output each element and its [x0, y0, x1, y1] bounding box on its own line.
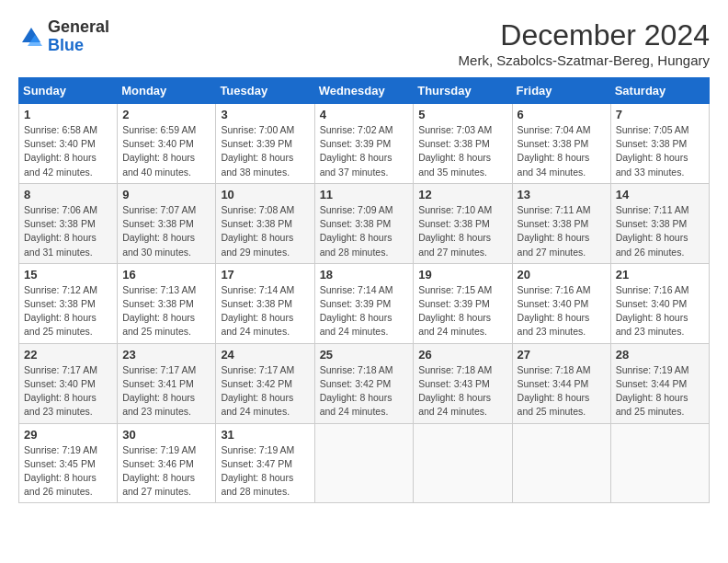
day-number: 1: [24, 108, 112, 121]
calendar-cell: 30 Sunrise: 7:19 AMSunset: 3:46 PMDaylig…: [118, 423, 216, 503]
day-number: 4: [320, 108, 409, 121]
day-number: 9: [122, 188, 210, 201]
day-number: 18: [320, 268, 409, 282]
day-number: 11: [320, 188, 409, 201]
day-info: Sunrise: 7:16 AMSunset: 3:40 PMDaylight:…: [518, 284, 591, 338]
calendar-cell: 17 Sunrise: 7:14 AMSunset: 3:38 PMDaylig…: [216, 263, 314, 343]
day-info: Sunrise: 7:14 AMSunset: 3:38 PMDaylight:…: [221, 284, 294, 338]
month-title: December 2024: [459, 18, 710, 52]
day-info: Sunrise: 7:08 AMSunset: 3:38 PMDaylight:…: [221, 204, 294, 258]
day-number: 22: [24, 348, 112, 362]
day-number: 2: [122, 108, 210, 121]
week-row-3: 15 Sunrise: 7:12 AMSunset: 3:38 PMDaylig…: [19, 263, 710, 343]
calendar-cell: 11 Sunrise: 7:09 AMSunset: 3:38 PMDaylig…: [314, 183, 414, 263]
calendar-cell: 1 Sunrise: 6:58 AMSunset: 3:40 PMDayligh…: [19, 104, 118, 184]
calendar-cell: 24 Sunrise: 7:17 AMSunset: 3:42 PMDaylig…: [216, 343, 314, 423]
calendar-cell: 16 Sunrise: 7:13 AMSunset: 3:38 PMDaylig…: [118, 263, 216, 343]
day-number: 29: [24, 428, 112, 442]
calendar-cell: [610, 423, 709, 503]
calendar-cell: 22 Sunrise: 7:17 AMSunset: 3:40 PMDaylig…: [19, 343, 118, 423]
day-number: 31: [221, 428, 309, 442]
logo-text: General Blue: [48, 18, 109, 55]
day-number: 21: [616, 268, 704, 282]
day-info: Sunrise: 7:19 AMSunset: 3:46 PMDaylight:…: [122, 444, 196, 498]
calendar-cell: 8 Sunrise: 7:06 AMSunset: 3:38 PMDayligh…: [19, 183, 118, 263]
calendar-cell: 18 Sunrise: 7:14 AMSunset: 3:39 PMDaylig…: [314, 263, 414, 343]
day-info: Sunrise: 7:16 AMSunset: 3:40 PMDaylight:…: [616, 284, 689, 338]
weekday-thursday: Thursday: [414, 78, 512, 104]
day-info: Sunrise: 7:03 AMSunset: 3:38 PMDaylight:…: [418, 124, 492, 178]
day-info: Sunrise: 7:15 AMSunset: 3:39 PMDaylight:…: [418, 284, 492, 338]
day-info: Sunrise: 7:19 AMSunset: 3:47 PMDaylight:…: [221, 444, 294, 498]
day-info: Sunrise: 7:09 AMSunset: 3:38 PMDaylight:…: [320, 204, 393, 258]
calendar-cell: 19 Sunrise: 7:15 AMSunset: 3:39 PMDaylig…: [414, 263, 512, 343]
calendar-body: 1 Sunrise: 6:58 AMSunset: 3:40 PMDayligh…: [19, 104, 710, 503]
calendar-cell: 23 Sunrise: 7:17 AMSunset: 3:41 PMDaylig…: [118, 343, 216, 423]
calendar-table: SundayMondayTuesdayWednesdayThursdayFrid…: [18, 77, 710, 503]
calendar-cell: 10 Sunrise: 7:08 AMSunset: 3:38 PMDaylig…: [216, 183, 314, 263]
day-info: Sunrise: 7:13 AMSunset: 3:38 PMDaylight:…: [122, 284, 196, 338]
logo-icon: [18, 24, 44, 50]
day-number: 17: [221, 268, 309, 282]
day-number: 13: [518, 188, 606, 201]
day-info: Sunrise: 7:10 AMSunset: 3:38 PMDaylight:…: [418, 204, 492, 258]
calendar-cell: 12 Sunrise: 7:10 AMSunset: 3:38 PMDaylig…: [414, 183, 512, 263]
calendar-cell: 29 Sunrise: 7:19 AMSunset: 3:45 PMDaylig…: [19, 423, 118, 503]
day-number: 12: [418, 188, 506, 201]
weekday-sunday: Sunday: [19, 78, 118, 104]
day-number: 3: [221, 108, 309, 121]
day-info: Sunrise: 7:11 AMSunset: 3:38 PMDaylight:…: [518, 204, 591, 258]
calendar-cell: 5 Sunrise: 7:03 AMSunset: 3:38 PMDayligh…: [414, 104, 512, 184]
day-info: Sunrise: 7:02 AMSunset: 3:39 PMDaylight:…: [320, 124, 393, 178]
weekday-friday: Friday: [512, 78, 610, 104]
weekday-wednesday: Wednesday: [314, 78, 414, 104]
day-info: Sunrise: 7:12 AMSunset: 3:38 PMDaylight:…: [24, 284, 97, 338]
day-number: 10: [221, 188, 309, 201]
calendar-cell: [512, 423, 610, 503]
calendar-cell: 4 Sunrise: 7:02 AMSunset: 3:39 PMDayligh…: [314, 104, 414, 184]
day-number: 23: [122, 348, 210, 362]
week-row-1: 1 Sunrise: 6:58 AMSunset: 3:40 PMDayligh…: [19, 104, 710, 184]
week-row-5: 29 Sunrise: 7:19 AMSunset: 3:45 PMDaylig…: [19, 423, 710, 503]
calendar-cell: 28 Sunrise: 7:19 AMSunset: 3:44 PMDaylig…: [610, 343, 709, 423]
day-info: Sunrise: 7:00 AMSunset: 3:39 PMDaylight:…: [221, 124, 294, 178]
day-info: Sunrise: 7:17 AMSunset: 3:42 PMDaylight:…: [221, 364, 294, 418]
calendar-cell: 9 Sunrise: 7:07 AMSunset: 3:38 PMDayligh…: [118, 183, 216, 263]
location-title: Merk, Szabolcs-Szatmar-Bereg, Hungary: [459, 52, 710, 68]
calendar-cell: 25 Sunrise: 7:18 AMSunset: 3:42 PMDaylig…: [314, 343, 414, 423]
day-number: 27: [518, 348, 606, 362]
day-info: Sunrise: 7:18 AMSunset: 3:44 PMDaylight:…: [518, 364, 591, 418]
day-info: Sunrise: 7:18 AMSunset: 3:42 PMDaylight:…: [320, 364, 393, 418]
calendar-cell: 15 Sunrise: 7:12 AMSunset: 3:38 PMDaylig…: [19, 263, 118, 343]
day-info: Sunrise: 7:19 AMSunset: 3:45 PMDaylight:…: [24, 444, 97, 498]
calendar-cell: 21 Sunrise: 7:16 AMSunset: 3:40 PMDaylig…: [610, 263, 709, 343]
day-number: 6: [518, 108, 606, 121]
calendar-cell: 2 Sunrise: 6:59 AMSunset: 3:40 PMDayligh…: [118, 104, 216, 184]
calendar-cell: 7 Sunrise: 7:05 AMSunset: 3:38 PMDayligh…: [610, 104, 709, 184]
day-info: Sunrise: 7:17 AMSunset: 3:41 PMDaylight:…: [122, 364, 196, 418]
calendar-cell: 6 Sunrise: 7:04 AMSunset: 3:38 PMDayligh…: [512, 104, 610, 184]
day-number: 7: [616, 108, 704, 121]
logo: General Blue: [18, 18, 109, 55]
day-info: Sunrise: 6:58 AMSunset: 3:40 PMDaylight:…: [24, 124, 97, 178]
day-info: Sunrise: 7:14 AMSunset: 3:39 PMDaylight:…: [320, 284, 393, 338]
day-info: Sunrise: 7:04 AMSunset: 3:38 PMDaylight:…: [518, 124, 591, 178]
day-info: Sunrise: 7:11 AMSunset: 3:38 PMDaylight:…: [616, 204, 689, 258]
day-info: Sunrise: 7:05 AMSunset: 3:38 PMDaylight:…: [616, 124, 689, 178]
day-number: 8: [24, 188, 112, 201]
calendar-cell: [414, 423, 512, 503]
calendar-cell: 20 Sunrise: 7:16 AMSunset: 3:40 PMDaylig…: [512, 263, 610, 343]
day-info: Sunrise: 6:59 AMSunset: 3:40 PMDaylight:…: [122, 124, 196, 178]
day-number: 5: [418, 108, 506, 121]
calendar-cell: 3 Sunrise: 7:00 AMSunset: 3:39 PMDayligh…: [216, 104, 314, 184]
day-number: 20: [518, 268, 606, 282]
calendar-cell: 31 Sunrise: 7:19 AMSunset: 3:47 PMDaylig…: [216, 423, 314, 503]
weekday-tuesday: Tuesday: [216, 78, 314, 104]
week-row-4: 22 Sunrise: 7:17 AMSunset: 3:40 PMDaylig…: [19, 343, 710, 423]
week-row-2: 8 Sunrise: 7:06 AMSunset: 3:38 PMDayligh…: [19, 183, 710, 263]
weekday-saturday: Saturday: [610, 78, 709, 104]
page-header: General Blue December 2024 Merk, Szabolc…: [18, 18, 710, 68]
day-info: Sunrise: 7:17 AMSunset: 3:40 PMDaylight:…: [24, 364, 97, 418]
calendar-cell: 13 Sunrise: 7:11 AMSunset: 3:38 PMDaylig…: [512, 183, 610, 263]
title-section: December 2024 Merk, Szabolcs-Szatmar-Ber…: [459, 18, 710, 68]
